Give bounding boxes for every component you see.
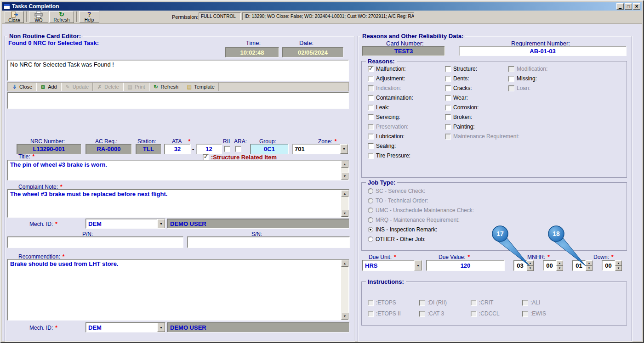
- reason-checkbox[interactable]: Sealing:: [368, 143, 413, 149]
- reason-label: Loan:: [517, 85, 530, 91]
- reasons-column-1: Malfunction:Adjustment:Indication:Contam…: [368, 66, 413, 162]
- ata-chapter-field[interactable]: 32: [164, 144, 191, 154]
- reasons-column-3: Modification:Missing:Loan:: [508, 66, 547, 95]
- mech-name2-display: DEMO USER: [167, 322, 349, 332]
- window-controls: [616, 3, 640, 10]
- due-unit-combobox[interactable]: HRS: [362, 260, 422, 271]
- reason-checkbox[interactable]: Leak:: [368, 104, 413, 111]
- help-button[interactable]: ? Help: [79, 11, 99, 23]
- dropdown-arrow-icon[interactable]: [157, 323, 165, 332]
- scroll-up-icon[interactable]: [341, 190, 348, 197]
- instruction-label: :EWIS: [530, 310, 546, 317]
- scroll-down-icon[interactable]: [341, 210, 348, 217]
- close-button[interactable]: Close: [5, 11, 24, 23]
- reason-checkbox[interactable]: Wear:: [445, 95, 519, 101]
- dropdown-arrow-icon[interactable]: [340, 144, 348, 154]
- nrc-message-text: No NRC for Selected Task was Found !: [10, 61, 346, 68]
- nrc-number-value: L13290-001: [33, 146, 65, 152]
- radio-icon: [368, 198, 373, 203]
- nrc-grid-area[interactable]: [7, 92, 349, 109]
- scroll-up-icon[interactable]: [341, 161, 348, 168]
- down-minutes-spinner[interactable]: 00: [602, 260, 622, 271]
- ata-section-field[interactable]: 12: [196, 144, 222, 154]
- spin-down-icon[interactable]: [615, 266, 622, 271]
- checkbox-icon: [368, 311, 374, 317]
- down-minutes-value: 00: [602, 260, 615, 271]
- mech-id2-label: Mech. ID:: [29, 325, 57, 331]
- reason-checkbox[interactable]: Lubrication:: [368, 133, 413, 140]
- reason-checkbox[interactable]: Servicing:: [368, 114, 413, 120]
- instruction-label: :CDCCL: [479, 310, 500, 317]
- vertical-scrollbar[interactable]: [341, 161, 348, 180]
- recommendation-textarea[interactable]: Brake should be used from LHT store.: [7, 259, 349, 321]
- scroll-up-icon[interactable]: [341, 260, 348, 267]
- dropdown-arrow-icon[interactable]: [157, 219, 165, 228]
- job-type-options: SC - Service Check:TO - Technical Order:…: [368, 188, 474, 246]
- maximize-icon[interactable]: [625, 3, 632, 10]
- refresh-button[interactable]: ↻ Refresh: [49, 11, 74, 23]
- rii-checkbox[interactable]: [224, 146, 230, 152]
- title-bar: Tasks Completion: [2, 2, 642, 11]
- scroll-down-icon[interactable]: [341, 173, 348, 180]
- recommendation-text: Brake should be used from LHT store.: [10, 260, 340, 267]
- vertical-scrollbar[interactable]: [341, 190, 348, 217]
- instruction-checkbox: :CAT 3: [419, 310, 471, 317]
- due-unit-value: HRS: [363, 260, 414, 270]
- zone-combobox[interactable]: 701: [292, 144, 348, 154]
- reason-checkbox[interactable]: Corrosion:: [445, 104, 519, 111]
- grid-toolbar-button[interactable]: Close: [8, 83, 36, 91]
- group-display: 0C1: [250, 144, 289, 154]
- date-value: 02/05/2024: [298, 49, 328, 56]
- reason-checkbox[interactable]: Painting:: [445, 124, 519, 130]
- spin-up-icon[interactable]: [615, 260, 622, 266]
- card-number-display: TEST3: [362, 46, 445, 56]
- reason-checkbox[interactable]: Adjustment:: [368, 75, 413, 82]
- reason-checkbox[interactable]: Tire Pressure:: [368, 152, 413, 159]
- wo-button[interactable]: WO: [29, 11, 48, 23]
- close-button-label: Close: [8, 18, 20, 23]
- vertical-scrollbar[interactable]: [341, 260, 348, 320]
- job-type-label: INS - Inspection Remark:: [376, 226, 437, 233]
- reason-label: Modification:: [517, 66, 547, 72]
- minimize-icon[interactable]: [616, 3, 624, 10]
- nrc-message-box[interactable]: No NRC for Selected Task was Found !: [7, 60, 349, 81]
- help-icon: ?: [87, 11, 91, 17]
- dropdown-arrow-icon[interactable]: [414, 260, 422, 270]
- refresh-button-label: Refresh: [53, 17, 69, 22]
- checkbox-icon: [508, 76, 514, 82]
- sn-field[interactable]: [187, 236, 350, 248]
- grid-toolbar-icon: [97, 84, 103, 90]
- complaint-textarea[interactable]: The wheel #3 brake must be replaced befo…: [7, 189, 349, 218]
- reason-checkbox[interactable]: Contamination:: [368, 95, 413, 101]
- ara-checkbox[interactable]: [235, 146, 241, 152]
- job-type-radio[interactable]: INS - Inspection Remark:: [368, 226, 474, 233]
- structure-related-checkbox[interactable]: :Structure Related Item: [203, 154, 277, 160]
- radio-icon: [368, 236, 373, 242]
- mech-id2-combobox[interactable]: DEM: [85, 322, 165, 332]
- reason-checkbox[interactable]: Malfunction:: [368, 66, 413, 72]
- pn-field[interactable]: [7, 236, 183, 248]
- reason-label: Structure:: [453, 66, 477, 72]
- reason-checkbox[interactable]: Missing:: [508, 75, 547, 82]
- permission-label: Permission:: [172, 14, 198, 20]
- instructions-legend: Instructions:: [366, 278, 406, 285]
- reason-checkbox[interactable]: Broken:: [445, 114, 519, 120]
- instructions-row-2: :ETOPS II:CAT 3:CDCCL:EWIS: [368, 310, 574, 317]
- checkbox-icon: [445, 134, 451, 140]
- checkbox-icon: [445, 105, 451, 111]
- instruction-label: :CRIT: [479, 299, 493, 306]
- close-window-icon[interactable]: [633, 3, 640, 10]
- reason-label: Missing:: [517, 75, 537, 82]
- grid-toolbar-button[interactable]: Add: [36, 83, 61, 91]
- nrc-grid-toolbar: Close Add Update Delete Print Refresh Te…: [7, 82, 349, 91]
- requirement-number-field[interactable]: AB-01-03: [459, 46, 627, 56]
- scroll-down-icon[interactable]: [341, 313, 348, 320]
- grid-toolbar-button: Update: [61, 83, 93, 91]
- job-type-radio[interactable]: OTHER - Other Job:: [368, 236, 474, 242]
- reason-label: Preservation:: [376, 124, 409, 130]
- grid-toolbar-button[interactable]: Template: [182, 83, 219, 91]
- mech-id-combobox[interactable]: DEM: [85, 219, 165, 229]
- grid-toolbar-button[interactable]: Refresh: [149, 83, 183, 91]
- grid-toolbar-label: Print: [135, 84, 145, 90]
- title-textarea[interactable]: The pin of wheel #3 brake is worn.: [7, 160, 349, 180]
